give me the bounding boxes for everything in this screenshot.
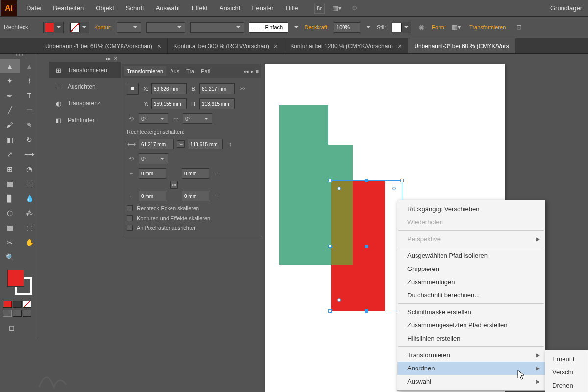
width-tool[interactable]: ⟿	[20, 147, 39, 162]
lasso-tool[interactable]: ⌇	[20, 74, 39, 88]
rectangle-tool[interactable]: ▭	[20, 103, 39, 118]
slice-tool[interactable]: ✂	[0, 235, 20, 250]
close-icon[interactable]: ×	[274, 42, 278, 50]
cm-undo[interactable]: Rückgängig: Verschieben	[397, 202, 545, 216]
shape-options-icon[interactable]: ▦▾	[451, 22, 462, 33]
perspective-tool[interactable]: ▦	[0, 176, 20, 191]
free-transform-tool[interactable]: ⊞	[0, 162, 20, 176]
tab-2[interactable]: Kontur.ai bei 1200 % (CMYK/Vorschau)×	[284, 38, 408, 53]
cm-anordnen[interactable]: Anordnen▶	[397, 362, 545, 375]
cm-auswahl[interactable]: Auswahl▶	[397, 375, 545, 388]
selection-bounds	[330, 180, 402, 311]
artboard-tool[interactable]: ▢	[20, 220, 39, 235]
app-logo: Ai	[1, 0, 17, 16]
fill-swatch[interactable]	[43, 22, 64, 33]
type-tool[interactable]: T	[20, 88, 39, 103]
style-swatch[interactable]	[391, 22, 411, 33]
tab-0[interactable]: Unbenannt-1 bei 68 % (CMYK/Vorschau)×	[39, 38, 168, 53]
sm-drehen[interactable]: Drehen	[545, 379, 588, 392]
selection-tool[interactable]: ▲	[0, 59, 20, 74]
cm-compound[interactable]: Zusammengesetzten Pfad erstellen	[397, 318, 545, 332]
stil-label: Stil:	[377, 24, 386, 30]
cm-average[interactable]: Durchschnitt berechnen...	[397, 289, 545, 302]
line-tool[interactable]: ╱	[0, 103, 20, 118]
menu-ansicht[interactable]: Ansicht	[214, 0, 246, 17]
cm-group[interactable]: Gruppieren	[397, 262, 545, 275]
pencil-tool[interactable]: ✎	[20, 118, 39, 132]
arrange-docs-icon[interactable]: ▦▾	[332, 3, 343, 14]
measure-tool[interactable]	[20, 250, 39, 265]
screen-mode-tool[interactable]: ◻	[2, 320, 22, 335]
menu-effekt[interactable]: Effekt	[186, 0, 214, 17]
cm-guides[interactable]: Hilfslinien erstellen	[397, 332, 545, 345]
cm-clipmask[interactable]: Schnittmaske erstellen	[397, 305, 545, 318]
graph-tool[interactable]: ▥	[0, 220, 20, 235]
cm-transformieren[interactable]: Transformieren▶	[397, 348, 545, 362]
eraser-tool[interactable]: ◧	[0, 132, 20, 147]
menu-objekt[interactable]: Objekt	[90, 0, 120, 17]
menubar: Ai Datei Bearbeiten Objekt Schrift Auswa…	[0, 0, 588, 17]
menu-auswahl[interactable]: Auswahl	[150, 0, 186, 17]
sm-verschieben[interactable]: Verschi	[545, 366, 588, 379]
cm-redo: Wiederholen	[397, 216, 545, 229]
magic-wand-tool[interactable]: ✦	[0, 74, 20, 88]
bridge-icon[interactable]: Br	[314, 3, 325, 14]
toolbox: ▲ ▲ ✦ ⌇ ✒ T ╱ ▭ 🖌 ✎ ◧ ↻ ⤢ ⟿ ⊞ ◔ ▦ ▦ ▊ 💧 …	[0, 54, 39, 338]
stroke-label: Kontur:	[94, 24, 111, 30]
opacity-label: Deckkraft:	[305, 24, 329, 30]
shape-builder-tool[interactable]: ◔	[20, 162, 39, 176]
sm-erneut[interactable]: Erneut t	[545, 352, 588, 366]
var-width-field[interactable]	[146, 22, 185, 33]
cm-join[interactable]: Zusammenfügen	[397, 275, 545, 289]
recolor-icon[interactable]: ◉	[416, 22, 427, 33]
gradient-tool[interactable]: ▊	[0, 191, 20, 206]
blend-tool[interactable]: ⬡	[0, 206, 20, 220]
isolate-icon[interactable]: ⊡	[514, 22, 524, 33]
selection-context-label: Rechteck	[4, 24, 28, 31]
line-style-field[interactable]: —— Einfach	[249, 22, 288, 33]
form-label: Form:	[432, 24, 446, 30]
brush-field[interactable]	[190, 22, 244, 33]
context-menu: Rückgängig: Verschieben Wiederholen Pers…	[397, 200, 545, 391]
transform-link[interactable]: Transformieren	[466, 23, 509, 32]
watermark-icon	[29, 363, 74, 392]
menu-fenster[interactable]: Fenster	[246, 0, 279, 17]
tab-1[interactable]: Kontur.ai bei 300 % (RGB/Vorschau)×	[168, 38, 284, 53]
direct-selection-tool[interactable]: ▲	[20, 59, 39, 74]
fill-stroke-indicator[interactable]	[5, 268, 34, 297]
cm-perspektive: Perspektive▶	[397, 232, 545, 245]
mesh-tool[interactable]: ▦	[20, 176, 39, 191]
context-submenu: Erneut t Verschi Drehen	[545, 350, 588, 392]
rotate-tool[interactable]: ↻	[20, 132, 39, 147]
stroke-weight-field[interactable]	[117, 22, 141, 33]
menu-bearbeiten[interactable]: Bearbeiten	[47, 0, 90, 17]
zoom-tool[interactable]: 🔍	[0, 250, 20, 265]
symbol-spray-tool[interactable]: ⁂	[20, 206, 39, 220]
eyedropper-tool[interactable]: 💧	[20, 191, 39, 206]
workspace-switcher[interactable]: Grundlager	[544, 0, 588, 17]
cm-isolate[interactable]: Ausgewählten Pfad isolieren	[397, 249, 545, 262]
scale-tool[interactable]: ⤢	[0, 147, 20, 162]
paintbrush-tool[interactable]: 🖌	[0, 118, 20, 132]
menu-hilfe[interactable]: Hilfe	[280, 0, 304, 17]
stroke-swatch[interactable]	[69, 22, 89, 33]
control-bar: Rechteck Kontur: —— Einfach Deckkraft: 1…	[0, 17, 588, 38]
hand-tool[interactable]: ✋	[20, 235, 39, 250]
screen-mode-swatches[interactable]	[0, 309, 39, 318]
menu-schrift[interactable]: Schrift	[120, 0, 150, 17]
color-mode-swatches[interactable]	[0, 300, 39, 309]
menu-datei[interactable]: Datei	[21, 0, 47, 17]
close-icon[interactable]: ×	[398, 42, 402, 50]
close-icon[interactable]: ×	[157, 42, 161, 50]
pen-tool[interactable]: ✒	[0, 88, 20, 103]
gpu-icon[interactable]: ⚙	[349, 3, 360, 14]
tab-3[interactable]: Unbenannt-3* bei 68 % (CMYK/Vors	[408, 38, 515, 53]
document-tabs: Unbenannt-1 bei 68 % (CMYK/Vorschau)× Ko…	[0, 38, 588, 54]
opacity-field[interactable]: 100%	[334, 22, 360, 33]
